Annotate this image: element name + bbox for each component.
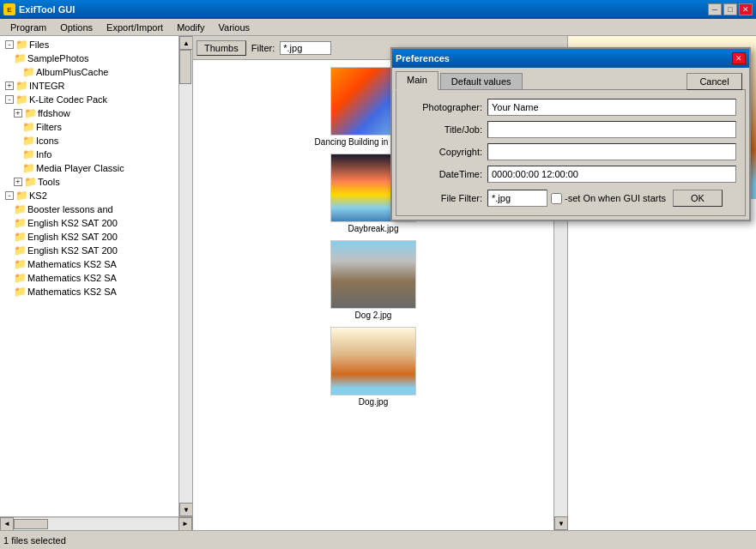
folder-icon-tools: 📁 [24,176,36,188]
maximize-button[interactable]: □ [723,3,737,15]
tree-label-info: Info [36,149,51,160]
photographer-label: Photographer: [405,102,482,112]
filefilter-input[interactable] [487,190,547,207]
tab-default-values[interactable]: Default values [440,73,523,89]
hscroll-right[interactable]: ► [178,517,192,531]
tree-node-filters[interactable]: 📁 Filters [0,120,178,134]
tree-scroll-down[interactable]: ▼ [179,503,192,516]
tree-node-eng2[interactable]: 📁 English KS2 SAT 200 [0,230,178,244]
checkbox-row: -set On when GUI starts [551,193,666,204]
titlejob-input[interactable] [487,121,736,138]
folder-icon-eng1: 📁 [14,217,26,229]
title-buttons: ─ □ ✕ [708,3,753,15]
menu-various[interactable]: Various [212,21,257,34]
tree-node-tools[interactable]: + 📁 Tools [0,175,178,189]
tree-label-tools: Tools [38,177,60,187]
tree-scroll-thumb[interactable] [179,50,191,84]
tab-main[interactable]: Main [396,71,438,90]
tree-node-files[interactable]: - 📁 Files [0,38,178,51]
tree-label-integr: INTEGR [29,81,65,91]
dialog-title-bar: Preferences ✕ [392,49,749,68]
tree-label-icons: Icons [36,136,58,146]
hscroll-track [14,518,178,530]
set-on-checkbox[interactable] [551,193,562,204]
folder-icon-klite: 📁 [15,94,27,106]
dialog-action-area: Cancel [686,73,742,90]
tree-node-booster[interactable]: 📁 Booster lessons and [0,202,178,216]
hscroll-left[interactable]: ◄ [0,517,14,531]
tree-label-eng2: English KS2 SAT 200 [27,232,118,242]
menu-modify[interactable]: Modify [170,21,211,34]
tree-node-math1[interactable]: 📁 Mathematics KS2 SA [0,257,178,271]
thumb-item-dog2[interactable]: Dog 2.jpg [200,240,547,320]
minimize-button[interactable]: ─ [708,3,722,15]
tree-label-ks2: KS2 [29,190,47,201]
tree-area: - 📁 Files 📁 SamplePhotos 📁 AlbumPlusCach… [0,36,192,516]
file-tree[interactable]: - 📁 Files 📁 SamplePhotos 📁 AlbumPlusCach… [0,36,178,516]
dialog-title: Preferences [396,53,450,63]
folder-icon-filters: 📁 [22,121,34,133]
tree-node-klite[interactable]: - 📁 K-Lite Codec Pack [0,93,178,106]
tree-label-samplephotos: SamplePhotos [27,53,89,63]
tree-label-math2: Mathematics KS2 SA [27,273,117,283]
datetime-label: DateTime: [405,169,482,179]
filefilter-label: File Filter: [405,193,482,203]
tree-label-mpc: Media Player Classic [36,163,124,173]
tree-node-samplephotos[interactable]: 📁 SamplePhotos [0,51,178,65]
menu-program[interactable]: Program [3,21,53,34]
app-title: ExifTool GUI [19,4,75,15]
folder-icon-albumplusc: 📁 [22,66,34,78]
tree-vscroll[interactable]: ▲ ▼ [178,36,192,516]
tree-node-mpc[interactable]: 📁 Media Player Classic [0,161,178,175]
folder-icon-files: 📁 [15,39,27,51]
tree-label-files: Files [29,39,49,50]
filter-label: Filter: [251,43,275,53]
expand-ffdshow[interactable]: + [14,109,22,118]
datetime-row: DateTime: [405,166,736,183]
expand-integr[interactable]: + [5,81,14,90]
thumb-caption-dog: Dog.jpg [359,397,388,407]
menu-export-import[interactable]: Export/Import [100,21,170,34]
tree-scroll-up[interactable]: ▲ [179,36,192,50]
tree-node-ks2[interactable]: - 📁 KS2 [0,189,178,202]
titlejob-row: Title/Job: [405,121,736,138]
tree-label-math1: Mathematics KS2 SA [27,259,117,269]
tree-node-eng3[interactable]: 📁 English KS2 SAT 200 [0,244,178,257]
left-panel: - 📁 Files 📁 SamplePhotos 📁 AlbumPlusCach… [0,36,193,530]
close-button[interactable]: ✕ [739,3,753,15]
dialog-close-button[interactable]: ✕ [732,52,746,64]
folder-icon-math1: 📁 [14,258,26,270]
tree-hscroll[interactable]: ◄ ► [0,516,192,530]
tree-node-math2[interactable]: 📁 Mathematics KS2 SA [0,271,178,285]
folder-icon-eng3: 📁 [14,244,26,256]
status-bar: 1 files selected [0,530,756,549]
folder-icon-eng2: 📁 [14,231,26,243]
expand-tools[interactable]: + [14,178,22,186]
tree-label-eng3: English KS2 SAT 200 [27,245,118,256]
tree-label-eng1: English KS2 SAT 200 [27,218,118,228]
tree-node-ffdshow[interactable]: + 📁 ffdshow [0,106,178,120]
copyright-input[interactable] [487,143,736,160]
expand-files[interactable]: - [5,40,14,49]
expand-klite[interactable]: - [5,95,14,104]
hscroll-thumb[interactable] [14,519,48,529]
folder-icon-booster: 📁 [14,203,26,215]
menu-options[interactable]: Options [53,21,100,34]
titlejob-label: Title/Job: [405,124,482,135]
tree-node-integr[interactable]: + 📁 INTEGR [0,79,178,93]
tree-node-math3[interactable]: 📁 Mathematics KS2 SA [0,285,178,299]
datetime-input[interactable] [487,166,736,183]
cancel-button[interactable]: Cancel [686,73,742,90]
tree-node-info[interactable]: 📁 Info [0,148,178,161]
thumb-item-dog[interactable]: Dog.jpg [200,327,547,407]
filter-input[interactable] [280,41,331,55]
tree-node-eng1[interactable]: 📁 English KS2 SAT 200 [0,216,178,230]
tree-node-icons[interactable]: 📁 Icons [0,134,178,148]
thumb-scroll-down[interactable]: ▼ [554,516,568,530]
photographer-row: Photographer: [405,99,736,116]
thumbs-button[interactable]: Thumbs [197,40,246,56]
tree-node-albumplusc[interactable]: 📁 AlbumPlusCache [0,65,178,79]
ok-button[interactable]: OK [673,190,723,207]
photographer-input[interactable] [487,99,736,116]
expand-ks2[interactable]: - [5,191,14,200]
